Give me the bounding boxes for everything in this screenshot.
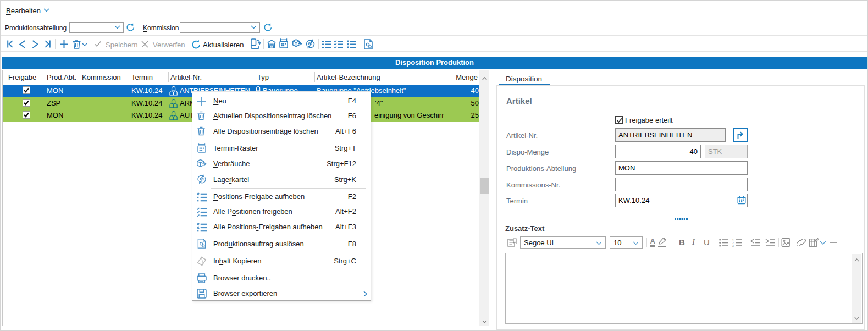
svg-text:3: 3 [732,244,734,247]
